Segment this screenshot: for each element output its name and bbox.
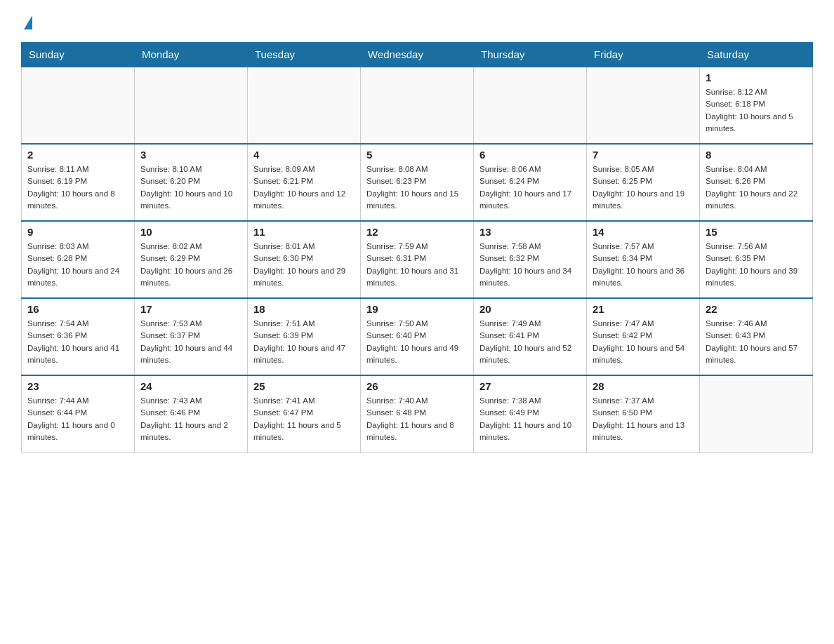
- calendar-cell: [135, 67, 248, 144]
- week-row-2: 2Sunrise: 8:11 AMSunset: 6:19 PMDaylight…: [22, 144, 813, 221]
- day-number: 4: [253, 149, 355, 161]
- day-info: Sunrise: 7:41 AMSunset: 6:47 PMDaylight:…: [253, 395, 355, 443]
- logo-triangle-icon: [24, 15, 32, 29]
- day-number: 2: [27, 149, 128, 161]
- calendar-cell: 2Sunrise: 8:11 AMSunset: 6:19 PMDaylight…: [22, 144, 135, 221]
- day-number: 25: [253, 380, 355, 392]
- calendar-cell: [700, 375, 813, 452]
- day-info: Sunrise: 8:09 AMSunset: 6:21 PMDaylight:…: [253, 163, 355, 212]
- calendar-cell: 14Sunrise: 7:57 AMSunset: 6:34 PMDayligh…: [587, 221, 700, 298]
- day-info: Sunrise: 7:54 AMSunset: 6:36 PMDaylight:…: [27, 318, 128, 366]
- day-info: Sunrise: 7:58 AMSunset: 6:32 PMDaylight:…: [479, 241, 581, 289]
- day-number: 24: [140, 380, 241, 392]
- day-number: 7: [593, 149, 694, 161]
- day-number: 9: [27, 226, 128, 238]
- calendar-cell: [22, 67, 135, 144]
- day-info: Sunrise: 8:06 AMSunset: 6:24 PMDaylight:…: [479, 163, 581, 212]
- day-info: Sunrise: 7:50 AMSunset: 6:40 PMDaylight:…: [366, 318, 468, 366]
- day-info: Sunrise: 8:12 AMSunset: 6:18 PMDaylight:…: [706, 86, 807, 135]
- calendar-cell: 21Sunrise: 7:47 AMSunset: 6:42 PMDayligh…: [587, 298, 700, 375]
- day-number: 12: [366, 226, 468, 238]
- weekday-header-tuesday: Tuesday: [248, 43, 361, 67]
- day-info: Sunrise: 8:05 AMSunset: 6:25 PMDaylight:…: [593, 163, 694, 212]
- calendar-cell: 9Sunrise: 8:03 AMSunset: 6:28 PMDaylight…: [22, 221, 135, 298]
- day-info: Sunrise: 7:56 AMSunset: 6:35 PMDaylight:…: [706, 241, 807, 289]
- calendar-cell: 1Sunrise: 8:12 AMSunset: 6:18 PMDaylight…: [700, 67, 813, 144]
- calendar-cell: 3Sunrise: 8:10 AMSunset: 6:20 PMDaylight…: [135, 144, 248, 221]
- day-number: 26: [366, 380, 468, 392]
- calendar-cell: [361, 67, 474, 144]
- day-number: 3: [140, 149, 241, 161]
- day-number: 5: [366, 149, 468, 161]
- calendar-cell: 28Sunrise: 7:37 AMSunset: 6:50 PMDayligh…: [587, 375, 700, 452]
- calendar-cell: 24Sunrise: 7:43 AMSunset: 6:46 PMDayligh…: [135, 375, 248, 452]
- weekday-header-sunday: Sunday: [22, 43, 135, 67]
- day-info: Sunrise: 8:08 AMSunset: 6:23 PMDaylight:…: [366, 163, 468, 212]
- calendar-cell: 25Sunrise: 7:41 AMSunset: 6:47 PMDayligh…: [248, 375, 361, 452]
- calendar-cell: 10Sunrise: 8:02 AMSunset: 6:29 PMDayligh…: [135, 221, 248, 298]
- calendar-cell: 15Sunrise: 7:56 AMSunset: 6:35 PMDayligh…: [700, 221, 813, 298]
- week-row-1: 1Sunrise: 8:12 AMSunset: 6:18 PMDaylight…: [22, 67, 813, 144]
- calendar-cell: [248, 67, 361, 144]
- weekday-header-saturday: Saturday: [700, 43, 813, 67]
- day-number: 16: [27, 303, 128, 315]
- week-row-5: 23Sunrise: 7:44 AMSunset: 6:44 PMDayligh…: [22, 375, 813, 452]
- day-info: Sunrise: 7:40 AMSunset: 6:48 PMDaylight:…: [366, 395, 468, 443]
- calendar-cell: 11Sunrise: 8:01 AMSunset: 6:30 PMDayligh…: [248, 221, 361, 298]
- day-number: 15: [706, 226, 807, 238]
- calendar-cell: 13Sunrise: 7:58 AMSunset: 6:32 PMDayligh…: [474, 221, 587, 298]
- day-info: Sunrise: 7:59 AMSunset: 6:31 PMDaylight:…: [366, 241, 468, 289]
- calendar-table: SundayMondayTuesdayWednesdayThursdayFrid…: [21, 42, 813, 453]
- day-number: 22: [706, 303, 807, 315]
- day-number: 17: [140, 303, 241, 315]
- day-number: 19: [366, 303, 468, 315]
- day-number: 23: [27, 380, 128, 392]
- day-info: Sunrise: 8:02 AMSunset: 6:29 PMDaylight:…: [140, 241, 241, 289]
- weekday-header-thursday: Thursday: [474, 43, 587, 67]
- day-info: Sunrise: 8:03 AMSunset: 6:28 PMDaylight:…: [27, 241, 128, 289]
- day-info: Sunrise: 8:10 AMSunset: 6:20 PMDaylight:…: [140, 163, 241, 212]
- calendar-cell: 6Sunrise: 8:06 AMSunset: 6:24 PMDaylight…: [474, 144, 587, 221]
- week-row-4: 16Sunrise: 7:54 AMSunset: 6:36 PMDayligh…: [22, 298, 813, 375]
- calendar-cell: 26Sunrise: 7:40 AMSunset: 6:48 PMDayligh…: [361, 375, 474, 452]
- calendar-cell: [474, 67, 587, 144]
- day-number: 10: [140, 226, 241, 238]
- day-number: 27: [479, 380, 581, 392]
- day-info: Sunrise: 7:51 AMSunset: 6:39 PMDaylight:…: [253, 318, 355, 366]
- calendar-cell: 4Sunrise: 8:09 AMSunset: 6:21 PMDaylight…: [248, 144, 361, 221]
- logo: [21, 14, 32, 28]
- calendar-cell: 12Sunrise: 7:59 AMSunset: 6:31 PMDayligh…: [361, 221, 474, 298]
- weekday-header-row: SundayMondayTuesdayWednesdayThursdayFrid…: [22, 43, 813, 67]
- calendar-cell: 20Sunrise: 7:49 AMSunset: 6:41 PMDayligh…: [474, 298, 587, 375]
- day-info: Sunrise: 7:44 AMSunset: 6:44 PMDaylight:…: [27, 395, 128, 443]
- day-number: 18: [253, 303, 355, 315]
- calendar-cell: 19Sunrise: 7:50 AMSunset: 6:40 PMDayligh…: [361, 298, 474, 375]
- day-number: 1: [706, 72, 807, 83]
- day-info: Sunrise: 7:46 AMSunset: 6:43 PMDaylight:…: [706, 318, 807, 366]
- day-info: Sunrise: 7:49 AMSunset: 6:41 PMDaylight:…: [479, 318, 581, 366]
- day-number: 6: [479, 149, 581, 161]
- day-info: Sunrise: 8:01 AMSunset: 6:30 PMDaylight:…: [253, 241, 355, 289]
- page-header: [21, 14, 813, 28]
- calendar-cell: 8Sunrise: 8:04 AMSunset: 6:26 PMDaylight…: [700, 144, 813, 221]
- calendar-cell: 27Sunrise: 7:38 AMSunset: 6:49 PMDayligh…: [474, 375, 587, 452]
- day-info: Sunrise: 7:47 AMSunset: 6:42 PMDaylight:…: [593, 318, 694, 366]
- calendar-cell: 23Sunrise: 7:44 AMSunset: 6:44 PMDayligh…: [22, 375, 135, 452]
- day-number: 8: [706, 149, 807, 161]
- weekday-header-monday: Monday: [135, 43, 248, 67]
- weekday-header-friday: Friday: [587, 43, 700, 67]
- calendar-cell: 7Sunrise: 8:05 AMSunset: 6:25 PMDaylight…: [587, 144, 700, 221]
- day-number: 28: [593, 380, 694, 392]
- day-info: Sunrise: 7:43 AMSunset: 6:46 PMDaylight:…: [140, 395, 241, 443]
- day-number: 11: [253, 226, 355, 238]
- day-number: 14: [593, 226, 694, 238]
- calendar-cell: 16Sunrise: 7:54 AMSunset: 6:36 PMDayligh…: [22, 298, 135, 375]
- calendar-cell: 22Sunrise: 7:46 AMSunset: 6:43 PMDayligh…: [700, 298, 813, 375]
- day-info: Sunrise: 7:38 AMSunset: 6:49 PMDaylight:…: [479, 395, 581, 443]
- calendar-cell: 17Sunrise: 7:53 AMSunset: 6:37 PMDayligh…: [135, 298, 248, 375]
- day-number: 21: [593, 303, 694, 315]
- weekday-header-wednesday: Wednesday: [361, 43, 474, 67]
- calendar-cell: 5Sunrise: 8:08 AMSunset: 6:23 PMDaylight…: [361, 144, 474, 221]
- day-info: Sunrise: 8:04 AMSunset: 6:26 PMDaylight:…: [706, 163, 807, 212]
- calendar-cell: 18Sunrise: 7:51 AMSunset: 6:39 PMDayligh…: [248, 298, 361, 375]
